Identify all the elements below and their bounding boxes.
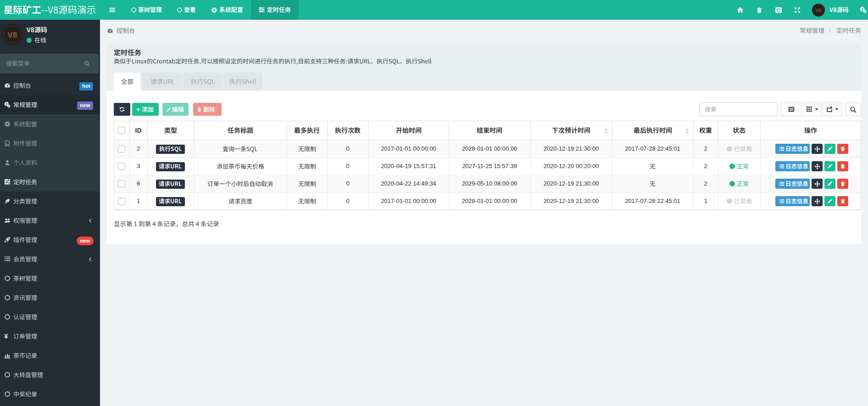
svg-text:V8: V8	[8, 31, 17, 39]
svg-text:V8: V8	[815, 7, 821, 13]
